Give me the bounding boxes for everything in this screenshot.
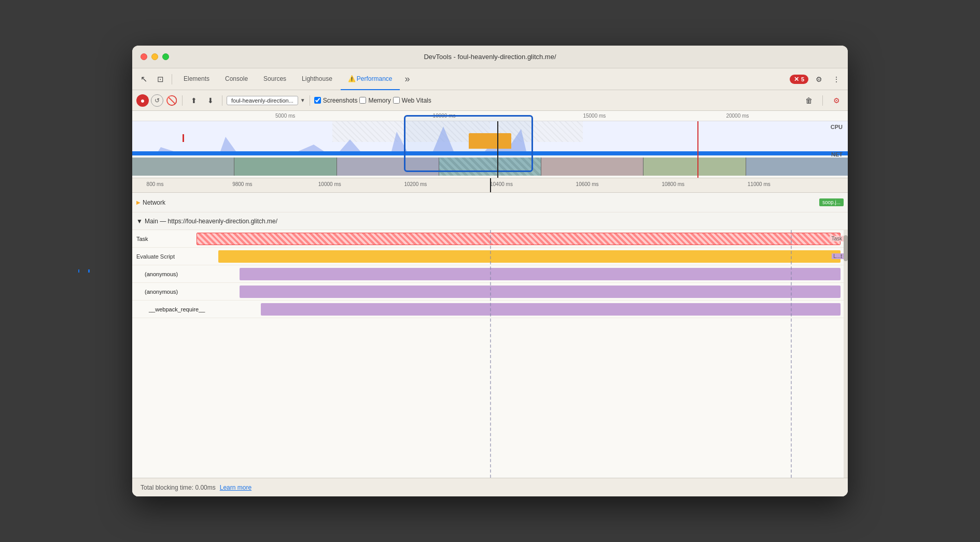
tab-sources[interactable]: Sources bbox=[256, 68, 293, 90]
main-expand-icon[interactable]: ▼ bbox=[136, 218, 143, 225]
network-label: ▶ Network bbox=[136, 199, 165, 206]
error-badge[interactable]: ✕ 5 bbox=[790, 75, 808, 84]
main-section-header: ▼ Main — https://foul-heavenly-direction… bbox=[132, 212, 848, 230]
screenshot-7 bbox=[746, 158, 848, 176]
perf-settings-icon[interactable]: ⚙ bbox=[829, 93, 844, 108]
task-bar-3 bbox=[240, 268, 841, 280]
tab-bar: Elements Console Sources Lighthouse ⚠️ P… bbox=[176, 68, 788, 90]
dashed-line-2 bbox=[791, 230, 792, 478]
tab-lighthouse[interactable]: Lighthouse bbox=[295, 68, 340, 90]
refresh-record-button[interactable]: ↺ bbox=[151, 94, 163, 107]
task-right-1: Task bbox=[830, 236, 844, 241]
playhead-line bbox=[497, 121, 498, 178]
devtools-window: DevTools - foul-heavenly-direction.glitc… bbox=[132, 46, 848, 496]
tab-performance[interactable]: ⚠️ Performance bbox=[341, 68, 400, 90]
task-label-4: (anonymous) bbox=[132, 289, 182, 295]
blocking-time-text: Total blocking time: 0.00ms bbox=[141, 484, 216, 491]
screenshot-5 bbox=[541, 158, 643, 176]
red-marker-line bbox=[697, 121, 698, 178]
tick-10000: 10000 ms bbox=[433, 113, 456, 119]
main-toolbar: ↖ ⊡ Elements Console Sources Lighthouse … bbox=[132, 68, 848, 90]
status-bar: Total blocking time: 0.00ms Learn more bbox=[132, 478, 848, 496]
warning-icon: ⚠️ bbox=[348, 75, 356, 82]
cursor-icon[interactable]: ↖ bbox=[136, 72, 151, 87]
webvitals-checkbox[interactable] bbox=[393, 97, 400, 104]
record-button[interactable]: ● bbox=[136, 94, 149, 107]
learn-more-link[interactable]: Learn more bbox=[220, 484, 251, 491]
memory-checkbox[interactable] bbox=[359, 97, 366, 104]
screenshots-strip bbox=[132, 158, 848, 176]
detail-tick-10600: 10600 ms bbox=[576, 181, 599, 187]
close-button[interactable] bbox=[141, 53, 147, 60]
trash-icon[interactable]: 🗑 bbox=[802, 93, 816, 108]
task-label-3: (anonymous) bbox=[132, 271, 182, 277]
detail-tick-10000: 10000 ms bbox=[318, 181, 341, 187]
scrollbar-thumb[interactable] bbox=[844, 235, 848, 261]
network-expand-icon[interactable]: ▶ bbox=[136, 199, 141, 205]
perf-sep-1 bbox=[182, 95, 183, 106]
task-right-2: L...t bbox=[832, 253, 844, 259]
tab-more-button[interactable]: » bbox=[401, 68, 414, 90]
tick-15000: 15000 ms bbox=[583, 113, 606, 119]
screenshot-3 bbox=[337, 158, 439, 176]
detail-tick-11000: 11000 ms bbox=[748, 181, 771, 187]
cpu-label: CPU bbox=[831, 124, 843, 130]
perf-sep-4 bbox=[822, 95, 823, 106]
task-label-2: Evaluate Script bbox=[132, 253, 179, 260]
detail-tick-10400: 10400 ms bbox=[490, 181, 513, 187]
screenshots-checkbox[interactable] bbox=[314, 97, 321, 104]
task-bar-2 bbox=[218, 250, 841, 263]
tab-elements[interactable]: Elements bbox=[176, 68, 217, 90]
net-bar bbox=[132, 151, 848, 155]
task-label-5: __webpack_require__ bbox=[132, 306, 209, 312]
screenshot-1 bbox=[132, 158, 234, 176]
url-display: foul-heavenly-direction... bbox=[227, 96, 298, 105]
clear-button[interactable]: 🚫 bbox=[165, 94, 178, 107]
minimize-button[interactable] bbox=[151, 53, 158, 60]
screenshot-6 bbox=[643, 158, 746, 176]
dashed-line-1 bbox=[490, 230, 491, 478]
detail-tick-800: 800 ms bbox=[147, 181, 164, 187]
vertical-scrollbar[interactable] bbox=[844, 230, 848, 478]
task-bar-5 bbox=[261, 303, 841, 316]
task-bar-1 bbox=[197, 233, 841, 245]
task-label-1: Task bbox=[132, 236, 152, 242]
net-label: NET bbox=[831, 151, 843, 158]
detail-tick-10800: 10800 ms bbox=[662, 181, 684, 187]
window-title: DevTools - foul-heavenly-direction.glitc… bbox=[424, 53, 556, 61]
network-right-label: soop.j... bbox=[819, 198, 844, 206]
perf-toolbar-right: 🗑 ⚙ bbox=[802, 93, 844, 108]
tab-console[interactable]: Console bbox=[218, 68, 255, 90]
perf-sep-2 bbox=[222, 95, 222, 106]
perf-sep-3 bbox=[310, 95, 310, 106]
detail-tick-10200: 10200 ms bbox=[404, 181, 427, 187]
tick-20000: 20000 ms bbox=[726, 113, 749, 119]
download-icon[interactable]: ⬇ bbox=[203, 93, 218, 108]
device-toggle-icon[interactable]: ⊡ bbox=[153, 72, 167, 87]
memory-checkbox-group[interactable]: Memory bbox=[359, 97, 390, 104]
timeline-ruler: 5000 ms 10000 ms 15000 ms 20000 ms bbox=[132, 111, 848, 121]
url-dropdown[interactable]: ▼ bbox=[300, 97, 305, 103]
toolbar-separator-1 bbox=[172, 74, 172, 84]
screenshots-checkbox-group[interactable]: Screenshots bbox=[314, 97, 358, 104]
upload-icon[interactable]: ⬆ bbox=[187, 93, 201, 108]
detail-tick-9800: 9800 ms bbox=[232, 181, 252, 187]
timeline-overview[interactable]: 5000 ms 10000 ms 15000 ms 20000 ms CPU N… bbox=[132, 111, 848, 178]
timeline-detail: 800 ms 9800 ms 10000 ms 10200 ms 10400 m… bbox=[132, 178, 848, 496]
tasks-area: Task Task Evaluate Script L...t (anonymo… bbox=[132, 230, 848, 478]
cpu-area bbox=[132, 121, 848, 151]
traffic-lights bbox=[141, 53, 169, 60]
tick-5000: 5000 ms bbox=[275, 113, 295, 119]
toolbar-right: ✕ 5 ⚙ ⋮ bbox=[790, 72, 844, 87]
maximize-button[interactable] bbox=[162, 53, 169, 60]
detail-ruler: 800 ms 9800 ms 10000 ms 10200 ms 10400 m… bbox=[132, 178, 848, 193]
settings-icon[interactable]: ⚙ bbox=[811, 72, 826, 87]
screenshot-2 bbox=[234, 158, 337, 176]
task-bar-4 bbox=[240, 286, 841, 298]
network-section: ▶ Network soop.j... bbox=[132, 193, 848, 212]
perf-toolbar: ● ↺ 🚫 ⬆ ⬇ foul-heavenly-direction... ▼ S… bbox=[132, 90, 848, 111]
webvitals-checkbox-group[interactable]: Web Vitals bbox=[393, 97, 431, 104]
detail-playhead bbox=[490, 178, 491, 192]
titlebar: DevTools - foul-heavenly-direction.glitc… bbox=[132, 46, 848, 68]
more-icon[interactable]: ⋮ bbox=[829, 72, 844, 87]
